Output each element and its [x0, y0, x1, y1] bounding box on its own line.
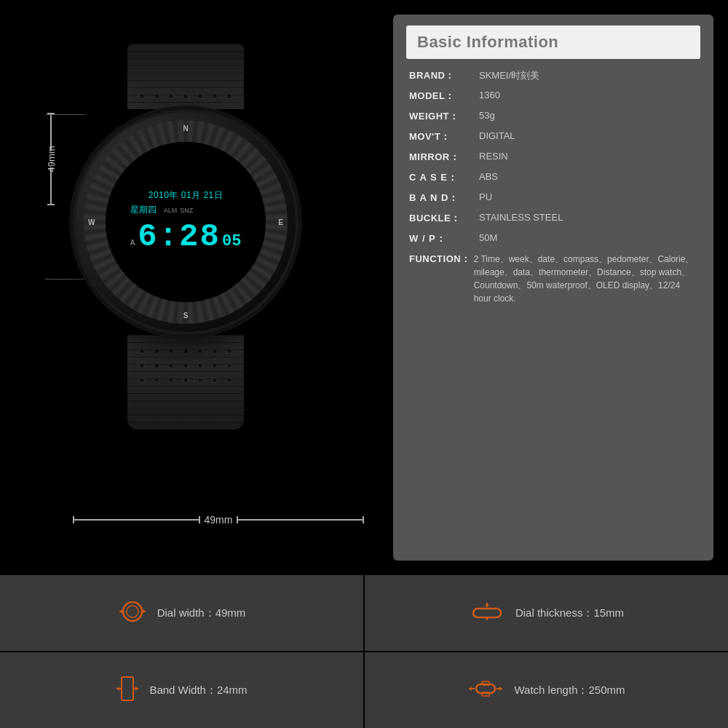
compass-s: S — [183, 312, 189, 320]
svg-point-1 — [127, 606, 138, 617]
label-function: FUNCTION： — [409, 253, 471, 305]
label-wp: W / P： — [409, 232, 475, 245]
info-row-weight: WEIGHT： 53g — [406, 108, 700, 124]
label-buckle: BUCKLE： — [409, 212, 475, 225]
info-row-function: FUNCTION： 2 Time、week、date、compass、pedom… — [406, 251, 700, 306]
label-band: B A N D： — [409, 191, 475, 205]
spec-watch-length: Watch length：250mm — [365, 652, 728, 728]
spec-watch-length-text: Watch length：250mm — [514, 684, 625, 697]
value-brand: SKMEI/时刻美 — [479, 69, 539, 82]
screen-seconds: 05 — [222, 232, 241, 250]
height-label: 49mm — [46, 146, 57, 172]
spec-band-width-text: Band Width：24mm — [149, 684, 247, 697]
info-row-buckle: BUCKLE： STAINLESS STEEL — [406, 210, 700, 226]
horizontal-dimension: 49mm — [73, 514, 364, 526]
watch-body: N S E W 2010年 01月 21日 星期四 ALM — [73, 44, 298, 430]
watch-section: 49mm — [0, 0, 386, 575]
dial-width-icon — [118, 598, 147, 628]
info-card: Basic Information BRAND： SKMEI/时刻美 MODEL… — [393, 15, 713, 561]
info-row-brand: BRAND： SKMEI/时刻美 — [406, 68, 700, 84]
spec-dial-width: Dial width：49mm — [0, 575, 363, 651]
svg-rect-6 — [473, 609, 501, 617]
spec-band-width: Band Width：24mm — [0, 652, 363, 728]
bottom-specs: Dial width：49mm Dial thickness：15mm — [0, 575, 728, 728]
value-buckle: STAINLESS STEEL — [479, 212, 563, 225]
value-function: 2 Time、week、date、compass、pedometer、Calor… — [474, 253, 697, 305]
info-row-movt: MOV'T： DIGITAL — [406, 129, 700, 145]
watch-length-label: Watch length： — [514, 684, 588, 696]
value-wp: 50M — [479, 232, 497, 245]
compass-w: W — [88, 218, 95, 226]
dial-thickness-icon — [469, 601, 505, 625]
info-row-band: B A N D： PU — [406, 190, 700, 206]
svg-marker-13 — [116, 687, 119, 691]
screen-time-row: A 6:28 05 — [130, 218, 242, 255]
value-weight: 53g — [479, 110, 495, 123]
value-model: 1360 — [479, 90, 500, 103]
watch-bezel: N S E W 2010年 01月 21日 星期四 ALM — [84, 120, 288, 324]
screen-day: 星期四 — [130, 204, 157, 216]
info-title: Basic Information — [417, 33, 558, 51]
spec-dial-thickness-text: Dial thickness：15mm — [515, 606, 624, 620]
svg-rect-18 — [482, 692, 489, 696]
value-band: PU — [479, 191, 492, 205]
dial-width-value: 49mm — [215, 606, 246, 619]
info-section: Basic Information BRAND： SKMEI/时刻美 MODEL… — [386, 0, 728, 575]
value-case: ABS — [479, 171, 498, 184]
label-movt: MOV'T： — [409, 130, 475, 143]
info-row-model: MODEL： 1360 — [406, 88, 700, 104]
watch-face: 2010年 01月 21日 星期四 ALM SNZ A 6:28 05 — [106, 142, 266, 302]
dial-thickness-value: 15mm — [593, 606, 624, 619]
band-bottom — [127, 335, 244, 430]
spec-dial-thickness: Dial thickness：15mm — [365, 575, 728, 651]
screen-snz: SNZ — [180, 207, 193, 214]
watch-screen: 2010年 01月 21日 星期四 ALM SNZ A 6:28 05 — [123, 182, 249, 262]
info-row-wp: W / P： 50M — [406, 231, 700, 247]
band-width-icon — [116, 674, 139, 706]
info-title-bar: Basic Information — [406, 25, 700, 59]
svg-rect-16 — [476, 684, 495, 693]
spec-dial-width-text: Dial width：49mm — [157, 606, 246, 620]
watch-length-icon — [467, 676, 504, 705]
svg-marker-10 — [485, 617, 489, 620]
value-movt: DIGITAL — [479, 130, 515, 143]
band-width-label: Band Width： — [149, 684, 217, 696]
svg-marker-8 — [485, 603, 489, 606]
svg-marker-20 — [469, 687, 472, 691]
compass-n: N — [183, 124, 188, 132]
label-weight: WEIGHT： — [409, 110, 475, 123]
vertical-dimension: 49mm — [38, 113, 64, 205]
band-top — [127, 44, 244, 109]
svg-marker-22 — [499, 687, 502, 691]
watch-length-value: 250mm — [588, 684, 625, 696]
info-row-mirror: MIRROR： RESIN — [406, 149, 700, 165]
value-mirror: RESIN — [479, 151, 508, 164]
svg-point-0 — [123, 602, 142, 621]
dial-width-label: Dial width： — [157, 606, 215, 619]
label-brand: BRAND： — [409, 69, 475, 82]
svg-rect-17 — [482, 681, 489, 685]
screen-alm: ALM — [164, 207, 178, 214]
svg-marker-3 — [119, 609, 122, 614]
dial-thickness-label: Dial thickness： — [515, 606, 594, 619]
label-model: MODEL： — [409, 90, 475, 103]
screen-time: 6:28 — [138, 218, 221, 255]
watch-case: N S E W 2010年 01月 21日 星期四 ALM — [73, 109, 298, 335]
info-row-case: C A S E： ABS — [406, 170, 700, 186]
compass-e: E — [278, 218, 283, 226]
width-label: 49mm — [205, 514, 233, 526]
label-case: C A S E： — [409, 171, 475, 184]
svg-rect-11 — [122, 677, 133, 700]
label-mirror: MIRROR： — [409, 151, 475, 164]
band-width-value: 24mm — [217, 684, 248, 696]
screen-date: 2010年 01月 21日 — [149, 189, 223, 202]
svg-marker-15 — [135, 687, 138, 691]
screen-day-row: 星期四 ALM SNZ — [130, 204, 242, 216]
screen-a: A — [130, 239, 135, 247]
svg-marker-5 — [143, 609, 146, 614]
